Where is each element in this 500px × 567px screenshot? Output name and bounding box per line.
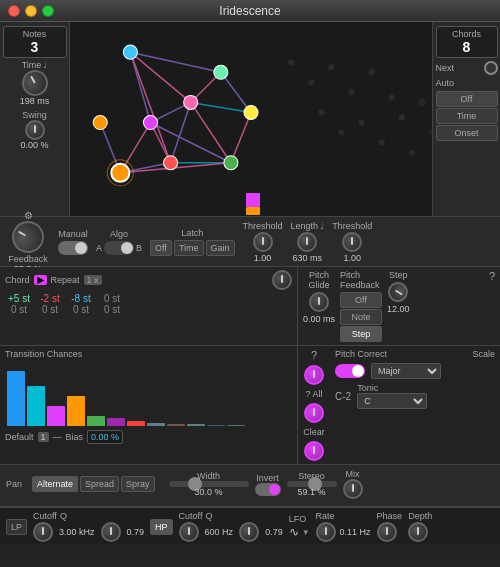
svg-point-38 bbox=[224, 156, 238, 170]
lp-filter-type[interactable]: LP bbox=[6, 519, 27, 535]
bar[interactable] bbox=[67, 396, 85, 426]
step-value: 12.00 bbox=[387, 304, 410, 314]
pf-off-button[interactable]: Off bbox=[340, 292, 382, 308]
svg-point-8 bbox=[359, 120, 365, 126]
question-mark-1[interactable]: ? bbox=[489, 270, 495, 342]
threshold-left-knob[interactable] bbox=[253, 232, 273, 252]
swing-knob[interactable] bbox=[25, 120, 45, 140]
bar[interactable] bbox=[147, 423, 165, 426]
spray-button[interactable]: Spray bbox=[121, 476, 155, 492]
algo-toggle[interactable] bbox=[104, 241, 134, 255]
pf-step-button[interactable]: Step bbox=[340, 326, 382, 342]
bar[interactable] bbox=[27, 386, 45, 426]
swing-knob-row: Swing 0.00 % bbox=[3, 108, 66, 150]
swing-value: 0.00 % bbox=[20, 140, 48, 150]
lp-cutoff-knob[interactable] bbox=[33, 522, 53, 542]
hp-filter-group: Cutoff Q 600 Hz 0.79 bbox=[179, 511, 283, 542]
length-knob[interactable] bbox=[297, 232, 317, 252]
latch-time-button[interactable]: Time bbox=[174, 240, 204, 256]
svg-point-40 bbox=[111, 164, 129, 182]
pan-row: Pan Alternate Spread Spray Width 30.0 % … bbox=[6, 469, 494, 499]
depth-label: Depth bbox=[408, 511, 432, 521]
scale-label: Scale bbox=[472, 349, 495, 359]
right-controls: Chords 8 Next Auto Off Time Onset bbox=[432, 22, 500, 216]
hp-q-knob[interactable] bbox=[239, 522, 259, 542]
auto-onset-button[interactable]: Onset bbox=[436, 125, 498, 141]
clear-button[interactable]: Clear bbox=[303, 427, 325, 437]
svg-line-27 bbox=[231, 112, 251, 162]
depth-knob[interactable] bbox=[408, 522, 428, 542]
svg-line-20 bbox=[191, 102, 251, 112]
hp-cutoff-knob[interactable] bbox=[179, 522, 199, 542]
svg-point-3 bbox=[349, 89, 355, 95]
q-mark-2[interactable]: ? bbox=[311, 349, 317, 361]
spread-button[interactable]: Spread bbox=[80, 476, 119, 492]
manual-toggle[interactable] bbox=[58, 241, 88, 255]
latch-gain-button[interactable]: Gain bbox=[206, 240, 235, 256]
rate-knob[interactable] bbox=[316, 522, 336, 542]
svg-rect-42 bbox=[246, 193, 260, 207]
note-3: -8 st bbox=[67, 293, 95, 304]
bar[interactable] bbox=[187, 424, 205, 426]
bar[interactable] bbox=[207, 425, 225, 426]
invert-toggle[interactable] bbox=[255, 483, 281, 496]
chord-pitch-row: Chord ▶ Repeat 1 x +5 st -2 st -8 st 0 s… bbox=[0, 267, 500, 346]
middle-bar: ⚙ Feedback 35.5 % Manual Algo A B bbox=[0, 217, 500, 267]
default-label: Default bbox=[5, 432, 34, 442]
pitch-correct-toggle[interactable] bbox=[335, 364, 365, 378]
bar[interactable] bbox=[107, 418, 125, 426]
mix-label: Mix bbox=[346, 469, 360, 479]
bar[interactable] bbox=[87, 416, 105, 426]
mix-knob[interactable] bbox=[343, 479, 363, 499]
next-dot[interactable] bbox=[484, 61, 498, 75]
close-button[interactable] bbox=[8, 5, 20, 17]
step-knob[interactable] bbox=[385, 278, 412, 305]
note-6: 0 st bbox=[36, 304, 64, 315]
bar[interactable] bbox=[47, 406, 65, 426]
tonic-section: Tonic C bbox=[357, 383, 427, 409]
pitch-glide-knob[interactable] bbox=[309, 292, 329, 312]
feedback-knob[interactable] bbox=[6, 215, 50, 259]
pf-note-button[interactable]: Note bbox=[340, 309, 382, 325]
latch-label: Latch bbox=[150, 228, 235, 238]
lp-q-knob[interactable] bbox=[101, 522, 121, 542]
pan-label: Pan bbox=[6, 479, 26, 489]
notes-label: Notes bbox=[8, 29, 62, 39]
rate-value: 0.11 Hz bbox=[340, 527, 371, 537]
next-label: Next bbox=[436, 63, 455, 73]
tonic-dropdown[interactable]: C bbox=[357, 393, 427, 409]
q-knob-1[interactable] bbox=[304, 365, 324, 385]
minimize-button[interactable] bbox=[25, 5, 37, 17]
auto-off-button[interactable]: Off bbox=[436, 91, 498, 107]
bar[interactable] bbox=[167, 424, 185, 426]
hp-q-label: Q bbox=[205, 511, 212, 521]
notes-box: Notes 3 bbox=[3, 26, 67, 58]
alternate-button[interactable]: Alternate bbox=[32, 476, 78, 492]
bar[interactable] bbox=[127, 421, 145, 426]
hp-filter-type[interactable]: HP bbox=[150, 519, 173, 535]
default-row: Default 1 — Bias bbox=[5, 430, 292, 444]
note-2: -2 st bbox=[36, 293, 64, 304]
scale-dropdown[interactable]: Major bbox=[371, 363, 441, 379]
q-knob-3[interactable] bbox=[304, 441, 324, 461]
bar[interactable] bbox=[7, 371, 25, 426]
lp-q-label: Q bbox=[60, 511, 67, 521]
algo-b: B bbox=[136, 243, 142, 253]
q-knob-2[interactable] bbox=[304, 403, 324, 423]
threshold-right-knob[interactable] bbox=[342, 232, 362, 252]
bar[interactable] bbox=[227, 425, 245, 426]
maximize-button[interactable] bbox=[42, 5, 54, 17]
auto-time-button[interactable]: Time bbox=[436, 108, 498, 124]
lp-cutoff-label: Cutoff bbox=[33, 511, 57, 521]
stereo-section: Stereo 59.1 % bbox=[287, 471, 337, 497]
window-controls[interactable] bbox=[8, 5, 54, 17]
lfo-label: LFO bbox=[289, 514, 310, 524]
bias-input[interactable] bbox=[87, 430, 123, 444]
phase-knob[interactable] bbox=[377, 522, 397, 542]
svg-point-10 bbox=[399, 114, 405, 120]
q-all-button[interactable]: ? All bbox=[305, 389, 322, 399]
length-group: Length ♩ 630 ms bbox=[291, 221, 325, 263]
stereo-value: 59.1 % bbox=[298, 487, 326, 497]
latch-off-button[interactable]: Off bbox=[150, 240, 172, 256]
chord-knob[interactable] bbox=[272, 270, 292, 290]
